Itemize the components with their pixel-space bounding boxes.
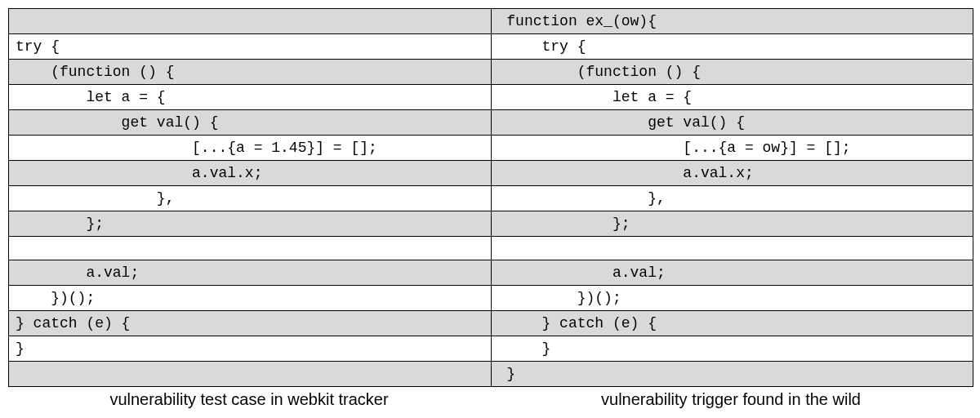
table-row: } catch (e) { } catch (e) { [9, 311, 973, 336]
table-row: try { try { [9, 34, 973, 60]
code-cell-left: get val() { [9, 110, 492, 135]
caption-right: vulnerability trigger found in the wild [490, 390, 972, 409]
table-row: function ex_(ow){ [9, 9, 973, 34]
code-cell-right: } catch (e) { [492, 311, 973, 336]
code-cell-right: let a = { [492, 85, 973, 109]
code-cell-right: }, [492, 186, 973, 211]
table-row: })(); })(); [9, 286, 973, 311]
table-row: a.val.x; a.val.x; [9, 161, 973, 186]
code-cell-left [9, 362, 492, 386]
code-cell-right: }; [492, 211, 973, 236]
code-cell-left: (function () { [9, 60, 492, 84]
code-cell-right: try { [492, 34, 973, 59]
code-cell-right: })(); [492, 286, 973, 310]
table-row: } } [9, 336, 973, 362]
code-cell-right: a.val.x; [492, 161, 973, 185]
code-comparison-table: function ex_(ow){try { try { (function (… [8, 8, 973, 387]
code-cell-right: (function () { [492, 60, 973, 84]
code-cell-left: a.val; [9, 260, 492, 285]
code-cell-left: }; [9, 211, 492, 236]
code-cell-right [492, 237, 973, 260]
code-cell-right: [...{a = ow}] = []; [492, 136, 973, 160]
table-row: }, }, [9, 186, 973, 211]
caption-left: vulnerability test case in webkit tracke… [8, 390, 490, 409]
table-row [9, 237, 973, 260]
code-cell-left: })(); [9, 286, 492, 310]
code-cell-right: get val() { [492, 110, 973, 135]
code-cell-right: } [492, 362, 973, 386]
table-row: [...{a = 1.45}] = []; [...{a = ow}] = []… [9, 136, 973, 161]
code-cell-right: function ex_(ow){ [492, 9, 973, 33]
code-cell-right: a.val; [492, 260, 973, 285]
table-row: get val() { get val() { [9, 110, 973, 136]
code-cell-left [9, 9, 492, 33]
code-cell-left: try { [9, 34, 492, 59]
table-row: (function () { (function () { [9, 60, 973, 85]
code-cell-left: }, [9, 186, 492, 211]
table-row: let a = { let a = { [9, 85, 973, 110]
table-row: }; }; [9, 211, 973, 237]
code-cell-left [9, 237, 492, 260]
code-cell-left: let a = { [9, 85, 492, 109]
code-cell-left: [...{a = 1.45}] = []; [9, 136, 492, 160]
caption-row: vulnerability test case in webkit tracke… [8, 390, 972, 409]
code-cell-right: } [492, 336, 973, 361]
code-cell-left: } catch (e) { [9, 311, 492, 336]
code-cell-left: } [9, 336, 492, 361]
table-row: } [9, 362, 973, 386]
table-row: a.val; a.val; [9, 260, 973, 286]
code-cell-left: a.val.x; [9, 161, 492, 185]
